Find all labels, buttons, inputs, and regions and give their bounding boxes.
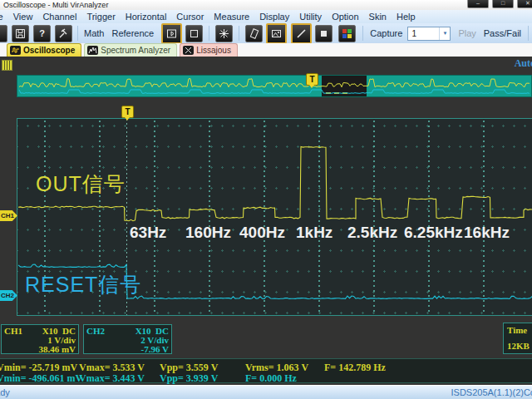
capture-select[interactable]: 1 ▼ — [407, 27, 451, 41]
trigger-flag[interactable]: T — [121, 106, 134, 118]
capture-value: 1 — [411, 29, 416, 38]
tab-spectrum-analyzer[interactable]: Spectrum Analyzer — [84, 43, 177, 57]
menu-item-horizontal[interactable]: Horizontal — [121, 10, 172, 23]
asterisk-icon — [219, 28, 229, 39]
reference-button[interactable]: Reference — [111, 28, 154, 38]
status-device: ISDS205A(1.1)(2)Co — [451, 387, 532, 397]
close-button[interactable]: ✕ — [517, 0, 532, 8]
menu-item-measure[interactable]: Measure — [209, 10, 254, 23]
chevron-down-icon: ▼ — [439, 27, 450, 40]
ch2-panel-name: CH2 — [86, 326, 105, 336]
menu-list: FileViewChannelTriggerHorizontalCursorMe… — [0, 10, 532, 23]
app-window: Oscilloscope - Multi VirAnalyzer – □ ✕ F… — [0, 0, 532, 399]
save-button[interactable] — [12, 25, 29, 42]
toolbar-separator — [528, 26, 529, 41]
status-bar: Ready ISDS205A(1.1)(2)Co — [0, 385, 532, 399]
display-panel-button[interactable] — [161, 23, 182, 44]
toolbar-separator — [362, 26, 363, 41]
ch2-annotation: RESET信号 — [25, 271, 141, 298]
menu-item-channel[interactable]: Channel — [37, 10, 81, 23]
time-panel[interactable]: Time 12KB — [503, 323, 532, 354]
cursor-star-button[interactable] — [215, 25, 233, 42]
menu-item-skin[interactable]: Skin — [364, 10, 392, 23]
ch1-ground-marker[interactable]: CH1 — [0, 210, 17, 221]
toolbar-separator — [239, 26, 239, 41]
stop-button[interactable] — [315, 25, 332, 42]
color-grid-icon — [342, 28, 352, 39]
menu-item-file[interactable]: File — [0, 10, 8, 23]
toolbar: ? Math Reference — [0, 23, 532, 44]
overview-waveforms — [17, 76, 531, 96]
tab-lissajous[interactable]: Lissajous — [180, 43, 238, 57]
freq-label-16khz: 16kHz — [464, 224, 510, 242]
plot-canvas[interactable]: OUT信号 RESET信号 63Hz160Hz400Hz1kHz2.5kHz6.… — [17, 118, 532, 316]
tab-oscilloscope[interactable]: Oscilloscope — [7, 43, 81, 57]
freq-label-400hz: 400Hz — [239, 224, 285, 242]
freq-label-6.25khz: 6.25kHz — [404, 224, 463, 242]
measurement-row1-4: F= 142.789 Hz — [324, 362, 386, 374]
measurement-row2-3: F= 0.000 Hz — [245, 372, 297, 385]
diagonal-line-icon — [296, 28, 307, 39]
measurement-row2-2: Vpp= 3.939 V — [160, 372, 218, 385]
square-outline-icon — [189, 28, 200, 39]
freq-label-1khz: 1kHz — [296, 224, 332, 242]
floppy-icon — [15, 28, 26, 39]
menu-item-display[interactable]: Display — [254, 10, 294, 23]
math-button[interactable]: Math — [84, 28, 104, 38]
mini-grid-icon[interactable] — [2, 60, 12, 71]
ch2-ground-marker[interactable]: CH2 — [0, 290, 17, 301]
tab-icon — [183, 46, 194, 55]
menu-item-help[interactable]: Help — [392, 10, 421, 23]
menu-bar: FileViewChannelTriggerHorizontalCursorMe… — [0, 10, 532, 23]
ch1-panel-name: CH1 — [4, 326, 22, 336]
freq-label-63hz: 63Hz — [130, 224, 166, 242]
scope-content: Auto T OUT信号 RESET信号 63Hz160Hz400H — [0, 57, 532, 385]
tab-icon — [10, 46, 21, 55]
measurement-row2-1: Vmax= 3.443 V — [79, 372, 145, 385]
ch1-annotation: OUT信号 — [36, 170, 126, 198]
menu-item-utility[interactable]: Utility — [294, 10, 327, 23]
panel-arrow-icon — [166, 28, 177, 39]
time-label: Time — [507, 325, 527, 335]
ch2-panel[interactable]: CH2 X10 DC 2 V/div -7.96 V — [83, 324, 172, 354]
pass-fail-button[interactable]: Pass/Fail — [484, 28, 521, 38]
hammer-tool-button[interactable] — [55, 25, 72, 42]
menu-item-cursor[interactable]: Cursor — [171, 10, 209, 23]
freq-label-2.5khz: 2.5kHz — [347, 224, 397, 242]
maximize-button[interactable]: □ — [492, 0, 514, 8]
status-ready: Ready — [0, 387, 10, 397]
screenshot-button[interactable] — [266, 23, 287, 44]
window-controls: – □ ✕ — [467, 0, 532, 8]
tab-icon — [87, 46, 98, 55]
capture-label: Capture — [370, 28, 402, 38]
overview-trigger-flag[interactable]: T — [306, 73, 318, 86]
toolbar-separator — [77, 26, 78, 41]
menu-item-view[interactable]: View — [8, 10, 38, 23]
ch1-offset: 38.46 mV — [38, 344, 76, 354]
clipped-toolbar-button[interactable] — [0, 25, 7, 42]
time-depth: 12KB — [507, 341, 530, 351]
line-draw-button[interactable] — [291, 23, 312, 44]
device-rotate-button[interactable] — [245, 25, 263, 42]
measurement-row2-0: Vmin= -496.061 mV — [0, 372, 82, 385]
waveform-overview-strip[interactable] — [17, 75, 532, 97]
menu-item-trigger[interactable]: Trigger — [81, 10, 120, 23]
ch2-offset: -7.96 V — [141, 344, 169, 354]
freq-label-160hz: 160Hz — [185, 224, 231, 242]
window-title: Oscilloscope - Multi VirAnalyzer — [3, 0, 108, 10]
toolbar-separator — [209, 26, 209, 41]
trigger-mode-label: Auto — [515, 57, 532, 70]
persistence-button[interactable] — [185, 25, 203, 42]
tilted-device-icon — [249, 28, 259, 39]
help-button[interactable]: ? — [33, 25, 51, 42]
ch1-panel[interactable]: CH1 X10 DC 1 V/div 38.46 mV — [1, 324, 79, 354]
picture-icon — [271, 28, 282, 39]
menu-item-option[interactable]: Option — [327, 10, 363, 23]
color-palette-button[interactable] — [338, 25, 356, 42]
filled-square-icon — [318, 28, 329, 39]
play-button[interactable]: Play — [458, 28, 475, 38]
title-bar: Oscilloscope - Multi VirAnalyzer – □ ✕ — [0, 0, 532, 10]
tab-bar: OscilloscopeSpectrum AnalyzerLissajous — [0, 43, 532, 57]
minimize-button[interactable]: – — [467, 0, 489, 8]
measurement-readout: Vmin= -25.719 mVVmax= 3.533 VVpp= 3.559 … — [0, 358, 532, 383]
